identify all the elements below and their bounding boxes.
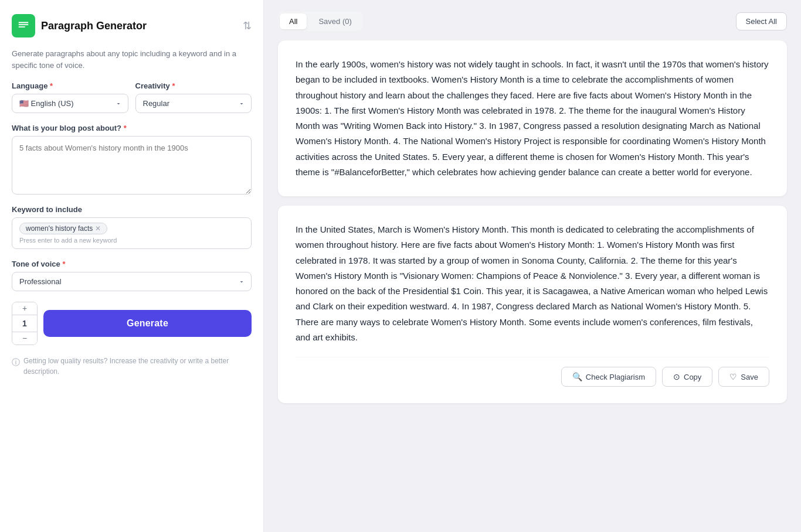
tab-all[interactable]: All [280,13,307,29]
result-text-2: In the United States, March is Women's H… [296,222,769,345]
remove-keyword-icon[interactable]: ✕ [95,224,101,233]
keyword-tag-row: women's history facts ✕ [19,223,244,234]
tabs-row: All Saved (0) Select All [278,12,787,31]
copy-button[interactable]: ⊙ Copy [662,367,712,387]
app-description: Generate paragraphs about any topic incl… [12,48,252,71]
keyword-input-wrap: women's history facts ✕ Press enter to a… [12,217,252,249]
stepper-value: 1 [12,315,37,332]
quality-hint: ⓘ Getting low quality results? Increase … [12,356,252,377]
info-icon: ⓘ [12,356,20,369]
app-header-left: Paragraph Generator [12,14,147,37]
plagiarism-icon: 🔍 [572,372,582,381]
generate-row: + 1 − Generate [12,302,252,345]
result-card-2: In the United States, March is Women's H… [278,206,787,403]
tone-select-wrap: Professional Casual Friendly Formal Witt… [12,272,252,291]
app-icon [12,14,35,37]
tone-select[interactable]: Professional Casual Friendly Formal Witt… [12,272,252,291]
generate-button[interactable]: Generate [43,310,252,337]
stepper-up-button[interactable]: + [12,302,37,315]
left-panel: Paragraph Generator ⇅ Generate paragraph… [0,0,264,532]
quantity-stepper[interactable]: + 1 − [12,302,38,345]
keyword-tag[interactable]: women's history facts ✕ [19,223,107,234]
keyword-label: Keyword to include [12,205,252,214]
result-card-1: In the early 1900s, women's history was … [278,40,787,196]
creativity-label: Creativity * [135,81,252,90]
tab-saved[interactable]: Saved (0) [309,13,361,29]
right-panel: All Saved (0) Select All In the early 19… [264,0,801,532]
language-select[interactable]: 🇺🇸 English (US) 🇬🇧 English (UK) 🇪🇸 Spani… [12,94,128,113]
copy-icon: ⊙ [673,372,680,381]
sort-icon[interactable]: ⇅ [243,19,252,32]
blog-textarea[interactable] [12,136,252,195]
language-group: Language * 🇺🇸 English (US) 🇬🇧 English (U… [12,81,128,113]
save-button[interactable]: ♡ Save [718,367,769,387]
app-header: Paragraph Generator ⇅ [12,14,252,37]
select-all-button[interactable]: Select All [736,12,787,30]
language-creativity-row: Language * 🇺🇸 English (US) 🇬🇧 English (U… [12,81,252,113]
blog-group: What is your blog post about? * [12,124,252,195]
check-plagiarism-button[interactable]: 🔍 Check Plagiarism [561,367,656,387]
keyword-hint: Press enter to add a new keyword [19,237,244,244]
keyword-group: Keyword to include women's history facts… [12,205,252,249]
tone-label: Tone of voice * [12,260,252,268]
tabs: All Saved (0) [278,12,363,31]
creativity-select[interactable]: Regular High Very High [135,94,252,113]
save-icon: ♡ [729,372,737,381]
creativity-group: Creativity * Regular High Very High [135,81,252,113]
language-label: Language * [12,81,128,90]
stepper-down-button[interactable]: − [12,332,37,345]
blog-label: What is your blog post about? * [12,124,252,132]
result-text-1: In the early 1900s, women's history was … [296,57,769,180]
result-actions-2: 🔍 Check Plagiarism ⊙ Copy ♡ Save [296,357,769,387]
app-title: Paragraph Generator [41,20,147,32]
tone-group: Tone of voice * Professional Casual Frie… [12,260,252,291]
